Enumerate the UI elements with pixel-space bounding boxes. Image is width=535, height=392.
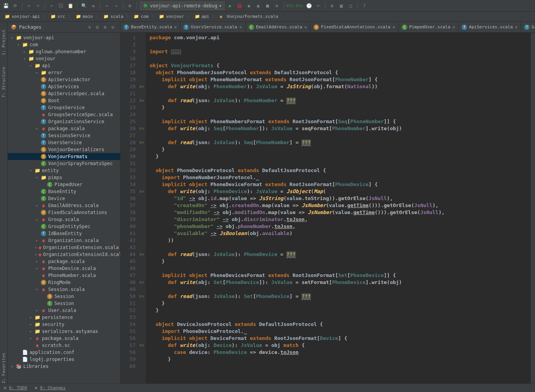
collapse-all-icon[interactable]: ⊟ (96, 24, 101, 30)
editor-tab[interactable]: TUsersService.scala× (180, 22, 245, 32)
editor-tab[interactable]: TApiServices.scala× (458, 22, 521, 32)
tree-item[interactable]: ▸◉User.scala (8, 307, 120, 314)
project-structure-icon[interactable]: ▦ (338, 2, 345, 9)
tree-item[interactable]: CVonjourSprayFormatsSpec (8, 160, 120, 167)
breadcrumb-item[interactable]: 📁vonjour-api (2, 13, 42, 20)
replace-icon[interactable]: ⇆ (90, 2, 97, 9)
expand-arrow-icon[interactable]: ▸ (35, 204, 39, 207)
cut-icon[interactable]: ✂ (48, 2, 55, 9)
tree-item[interactable]: ORingMode (8, 279, 120, 286)
favorites-tool-tab[interactable]: 2: Favorites (1, 353, 6, 383)
expand-arrow-icon[interactable]: ▸ (29, 322, 33, 326)
tree-item[interactable]: CGroupEntitySpec (8, 223, 120, 230)
vcs-update-icon[interactable]: VCS↓ (287, 2, 294, 9)
override-marker-icon[interactable]: o↑ (138, 293, 146, 300)
breadcrumb-item[interactable]: 📁scala (101, 13, 125, 20)
tree-item[interactable]: OVonjourFormats (8, 153, 120, 160)
back-icon[interactable]: ⇐ (103, 2, 110, 9)
tree-item[interactable]: ▾📁vonjour (8, 55, 120, 62)
history-icon[interactable]: 🕐 (306, 2, 313, 9)
close-icon[interactable]: × (304, 24, 307, 30)
override-marker-icon[interactable]: o↑ (138, 83, 146, 90)
stop-icon[interactable]: ■ (264, 2, 271, 9)
tree-item[interactable]: 📄application.conf (8, 349, 120, 356)
tree-item[interactable]: OBoot (8, 97, 120, 104)
coverage-icon[interactable]: ◆ (246, 2, 253, 9)
todo-tool-button[interactable]: ⊡ 6: TODO (4, 385, 27, 390)
tree-item[interactable]: TApiServices (8, 83, 120, 90)
expand-arrow-icon[interactable]: ▸ (29, 315, 33, 319)
code-editor[interactable]: 1231617181920212223242526272829303132333… (120, 33, 535, 383)
tree-item[interactable]: ▸◉EmailAddress.scala (8, 202, 120, 209)
tree-item[interactable]: ▾📁com (8, 41, 120, 48)
tree-item[interactable]: CDevice (8, 195, 120, 202)
attach-icon[interactable]: ⊕ (274, 2, 281, 9)
expand-arrow-icon[interactable]: ▸ (29, 329, 33, 333)
expand-arrow-icon[interactable]: ▾ (29, 64, 33, 68)
debug-icon[interactable]: 🐞 (236, 2, 243, 9)
forward-icon[interactable]: ⇒ (113, 2, 120, 9)
override-marker-icon[interactable]: o↑ (138, 125, 146, 132)
tree-item[interactable]: TOrganizationsService (8, 118, 120, 125)
paste-icon[interactable]: 📋 (67, 2, 74, 9)
run-config-dropdown[interactable]: 🪲 vonjour-api-remote-debug ▾ (140, 2, 225, 10)
structure-tool-tab[interactable]: 7: Structure (1, 67, 6, 98)
tree-item[interactable]: ◉PhoneNumber.scala (8, 272, 120, 279)
expand-arrow-icon[interactable]: ▸ (35, 253, 37, 256)
tree-item[interactable]: ▸◉OrganizationExtensionId.scala (8, 251, 120, 258)
tree-item[interactable]: OVonjourDeserializers (8, 146, 120, 153)
changes-tool-button[interactable]: ⊕ 9: Changes (35, 385, 66, 390)
redo-icon[interactable]: ↷ (35, 2, 42, 9)
tree-item[interactable]: OApiServiceActor (8, 76, 120, 83)
override-marker-icon[interactable]: o↑ (138, 97, 146, 104)
breadcrumb-item[interactable]: 📁src (48, 13, 68, 20)
override-marker-icon[interactable]: o↑ (138, 251, 146, 258)
close-icon[interactable]: × (452, 24, 455, 30)
breadcrumb-item[interactable]: 📁api (192, 13, 212, 20)
expand-arrow-icon[interactable]: ▸ (35, 246, 37, 249)
tree-item[interactable]: ▸◉package.scala (8, 258, 120, 265)
expand-arrow-icon[interactable]: ▸ (10, 364, 14, 368)
tree-item[interactable]: ▸📚Libraries (8, 363, 120, 370)
tree-item[interactable]: ▸📁persistence (8, 314, 120, 321)
expand-arrow-icon[interactable]: ▸ (35, 260, 39, 263)
tree-item[interactable]: ◉scratch.sc (8, 342, 120, 349)
hide-icon[interactable]: ⊖ (112, 24, 117, 30)
sdk-icon[interactable]: ▢ (347, 2, 354, 9)
save-icon[interactable]: 💾 (2, 2, 9, 9)
tree-item[interactable]: TGroupsService (8, 104, 120, 111)
profile-icon[interactable]: ◉ (255, 2, 262, 9)
editor-tab[interactable]: TBaseEntity.scala× (120, 22, 180, 32)
error-stripe[interactable] (530, 33, 535, 383)
tree-item[interactable]: ▸◉OrganizationExtension.scala (8, 244, 120, 251)
build-icon[interactable]: ⚙ (126, 2, 133, 9)
breadcrumb-item[interactable]: 📁com (131, 13, 151, 20)
tree-item[interactable]: TSessionsService (8, 132, 120, 139)
override-marker-icon[interactable]: o↑ (138, 188, 146, 195)
expand-arrow-icon[interactable]: ▸ (35, 267, 39, 270)
scroll-from-source-icon[interactable]: ⊙ (88, 24, 94, 30)
undo-icon[interactable]: ↶ (25, 2, 32, 9)
editor-tab[interactable]: CEmailAddress.scala× (246, 22, 310, 32)
tree-item[interactable]: CBaseEntity (8, 188, 120, 195)
expand-arrow-icon[interactable]: ▸ (23, 50, 26, 54)
expand-arrow-icon[interactable]: ▾ (35, 176, 39, 179)
gear-icon[interactable]: ⚙ (104, 24, 109, 30)
tree-item[interactable]: ▾📁api (8, 62, 120, 69)
tree-item[interactable]: ▾📁vonjour-api (8, 34, 120, 41)
expand-arrow-icon[interactable]: ▾ (10, 36, 14, 40)
find-icon[interactable]: 🔍 (80, 2, 87, 9)
expand-arrow-icon[interactable]: ▾ (35, 287, 39, 291)
tree-item[interactable]: ▸◉PhoneDevice.scala (8, 265, 120, 272)
close-icon[interactable]: × (392, 24, 395, 30)
breadcrumb-item[interactable]: 📁vonjour (157, 13, 186, 20)
tree-item[interactable]: ▾📁entity (8, 167, 120, 174)
close-icon[interactable]: × (515, 24, 518, 30)
project-tree[interactable]: ▾📁vonjour-api▾📁com▸📁oglowo.phonenumber▾📁… (8, 33, 120, 383)
editor-tab[interactable]: CPimpedUser.scala× (399, 22, 458, 32)
breadcrumb-item[interactable]: ◉VonjourFormats.scala (217, 13, 280, 20)
expand-arrow-icon[interactable]: ▸ (35, 127, 39, 131)
override-marker-icon[interactable]: o↑ (138, 139, 146, 146)
expand-arrow-icon[interactable]: ▸ (29, 336, 33, 340)
tree-item[interactable]: CSession (8, 300, 120, 307)
